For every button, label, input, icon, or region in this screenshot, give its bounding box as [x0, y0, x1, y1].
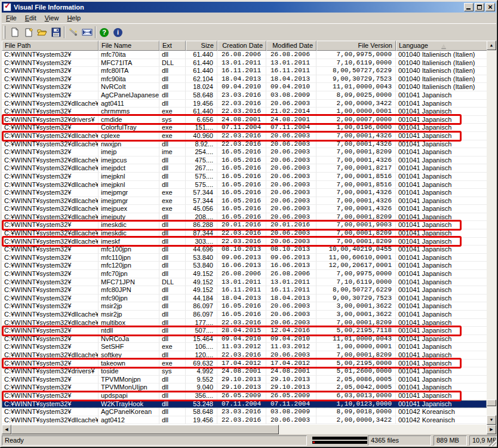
vertical-scroll-thumb[interactable] — [487, 400, 496, 406]
table-row[interactable]: C:¥WINNT¥system32¥dllcache¥msir2jpdll86.… — [2, 311, 487, 319]
cell-ext: dll — [159, 416, 186, 425]
cell-size: 61.440 — [186, 59, 217, 67]
table-row[interactable]: C:¥WINNT¥system32¥dllcache¥imejpuexexe45… — [2, 205, 487, 213]
new-from-template-button[interactable] — [21, 25, 35, 39]
table-row[interactable]: C:¥WINNT¥system32¥imejpime254....16.05.2… — [2, 148, 487, 157]
table-row[interactable]: C:¥WINNT¥system32¥dllcache¥imeskfdll303.… — [2, 238, 487, 246]
table-row[interactable]: C:¥WINNT¥system32¥ntdlldll507....28.04.2… — [2, 327, 487, 335]
cell-size: 57.344 — [186, 197, 217, 205]
cell-name: imeskdic — [99, 229, 159, 238]
table-row[interactable]: C:¥WINNT¥system32¥takeownexe69.63217.04.… — [2, 360, 487, 368]
cell-language: 001041 Japanisch — [396, 335, 487, 343]
menu-view[interactable]: View — [41, 13, 63, 23]
about-button[interactable]: i — [111, 25, 125, 39]
table-row[interactable]: C:¥WINNT¥system32¥drivers¥cmdidesys6.656… — [2, 116, 487, 124]
table-row[interactable]: C:¥WINNT¥system32¥imejpmgrexe57.34416.05… — [2, 189, 487, 197]
table-row[interactable]: C:¥WINNT¥system32¥AgCPanelKoreandll58.64… — [2, 408, 487, 416]
column-header-created[interactable]: Creation Date — [217, 41, 266, 51]
horizontal-scrollbar[interactable]: ◀ ▶ — [2, 425, 496, 434]
table-row[interactable]: C:¥WINNT¥system32¥dllcache¥agt0412dll19.… — [2, 416, 487, 425]
table-row[interactable]: C:¥WINNT¥system32¥SetSHFexe106....11.03.… — [2, 343, 487, 351]
scroll-right-button[interactable]: ▶ — [487, 425, 496, 434]
cell-language: 001041 Japanisch — [396, 124, 487, 132]
table-row[interactable]: C:¥WINNT¥system32¥dllcache¥imejpdctdll26… — [2, 164, 487, 173]
cell-language: 001041 Japanisch — [396, 254, 487, 262]
fit-columns-button[interactable] — [80, 25, 94, 39]
menu-help[interactable]: Help — [63, 13, 85, 23]
cell-language: 001041 Japanisch — [396, 221, 487, 229]
table-row[interactable]: C:¥WINNT¥system32¥mfc90jpndll44.18418.04… — [2, 294, 487, 303]
cell-version: 7,00,0001,8209 — [316, 148, 396, 157]
horizontal-scroll-thumb[interactable] — [11, 425, 279, 434]
column-header-size[interactable]: Size — [186, 41, 217, 51]
table-row[interactable]: C:¥WINNT¥system32¥mfc80JPNdll49.15216.11… — [2, 286, 487, 294]
close-button[interactable]: × — [485, 3, 495, 11]
cell-path: C:¥WINNT¥system32¥ — [2, 124, 99, 132]
table-row[interactable]: C:¥WINNT¥system32¥dllcache¥imejpmgrexe57… — [2, 197, 487, 205]
cell-ext: dll — [159, 91, 186, 100]
save-button[interactable] — [49, 25, 63, 39]
table-row[interactable]: C:¥WINNT¥system32¥dllcache¥imejpknldll57… — [2, 181, 487, 189]
table-row[interactable]: C:¥WINNT¥system32¥ColorfulTrayexe151....… — [2, 124, 487, 132]
scroll-down-button[interactable]: ▼ — [487, 415, 496, 425]
table-row[interactable]: C:¥WINNT¥system32¥mfc80ITAdll61.44016.11… — [2, 67, 487, 75]
table-row[interactable]: C:¥WINNT¥system32¥dllcache¥multiboxdll17… — [2, 319, 487, 327]
column-header-language[interactable]: Language — [396, 41, 487, 51]
cell-language: 001041 Japanisch — [396, 327, 487, 335]
table-row[interactable]: C:¥WINNT¥system32¥dllcache¥imejputydll20… — [2, 213, 487, 222]
table-row[interactable]: C:¥WINNT¥system32¥msir2jpdll86.09716.05.… — [2, 302, 487, 311]
column-header-version[interactable]: File Version — [316, 41, 396, 51]
column-header-modified[interactable]: Modified Date — [266, 41, 316, 51]
table-row[interactable]: C:¥WINNT¥system32¥mfc120jpndll53.84016.0… — [2, 262, 487, 270]
cell-created: 22.03.2016 — [217, 140, 266, 149]
cell-path: C:¥WINNT¥system32¥ — [2, 400, 99, 409]
table-row[interactable]: C:¥WINNT¥system32¥dllcache¥cplexeexe40.9… — [2, 132, 487, 140]
cell-name: W2KTrayHook — [99, 400, 159, 409]
table-row-selected[interactable]: C:¥WINNT¥system32¥W2KTrayHookdll53.24807… — [2, 400, 487, 409]
scroll-left-button[interactable]: ◀ — [2, 425, 11, 434]
table-row[interactable]: C:¥WINNT¥system32¥mfc110jpndll53.84009.0… — [2, 254, 487, 262]
table-row[interactable]: C:¥WINNT¥system32¥NvRCoJadll15.46409.04.… — [2, 335, 487, 343]
cell-language: 001041 Japanisch — [396, 173, 487, 181]
minimize-button[interactable] — [464, 3, 474, 11]
table-row[interactable]: C:¥WINNT¥system32¥drivers¥tosidesys4.992… — [2, 367, 487, 376]
cell-modified: 20.06.2003 — [266, 238, 316, 246]
table-row[interactable]: C:¥WINNT¥system32¥mfc70jpndll49.15226.08… — [2, 270, 487, 278]
new-file-button[interactable] — [8, 25, 21, 39]
menu-file[interactable]: File — [2, 13, 21, 23]
maximize-button[interactable] — [475, 3, 484, 11]
cell-created: 09.04.2010 — [217, 83, 266, 91]
table-row[interactable]: C:¥WINNT¥system32¥updspapidll356....26.0… — [2, 392, 487, 400]
table-row[interactable]: C:¥WINNT¥system32¥AgCPanelJapanesedll58.… — [2, 91, 487, 100]
table-row[interactable]: C:¥WINNT¥system32¥imeskdicdll86.28820.01… — [2, 221, 487, 229]
cell-size: 86.097 — [186, 311, 217, 319]
cell-name: TPVMMonUIjpn — [99, 383, 159, 392]
table-row[interactable]: C:¥WINNT¥system32¥mfc100jpndll44.69608.1… — [2, 246, 487, 254]
scroll-up-button[interactable]: ▲ — [487, 41, 496, 50]
menu-edit[interactable]: Edit — [21, 13, 41, 23]
table-row[interactable]: C:¥WINNT¥system32¥TPVMMonjpndll9.55229.1… — [2, 376, 487, 384]
table-row[interactable]: C:¥WINNT¥system32¥MFC71ITADLL61.44013.01… — [2, 59, 487, 67]
table-row[interactable]: C:¥WINNT¥system32¥dllcache¥softkeydll120… — [2, 351, 487, 360]
help-button[interactable]: ? — [97, 25, 111, 39]
table-row[interactable]: C:¥WINNT¥system32¥dllcache¥agt0411dll19.… — [2, 100, 487, 108]
table-row[interactable]: C:¥WINNT¥system32¥mfc70itadll61.44026.08… — [2, 51, 487, 59]
statusbar: Ready 4365 files 889 MB 10,9 MB — [2, 435, 496, 446]
wizard-button[interactable] — [66, 25, 80, 39]
cell-modified: 09.06.2013 — [266, 254, 316, 262]
table-row[interactable]: C:¥WINNT¥system32¥dllcache¥imejpcusdll47… — [2, 157, 487, 165]
open-folder-button[interactable] — [35, 25, 49, 39]
table-row[interactable]: C:¥WINNT¥system32¥mfc90itadll62.10418.04… — [2, 75, 487, 84]
table-row[interactable]: C:¥WINNT¥system32¥NvRCoItdll18.02409.04.… — [2, 83, 487, 91]
table-row[interactable]: C:¥WINNT¥system32¥dllcache¥imeskdicdll87… — [2, 229, 487, 238]
table-row[interactable]: C:¥WINNT¥system32¥chrmmmsexe61.44022.03.… — [2, 108, 487, 116]
vertical-scrollbar[interactable]: ▲ ▼ — [487, 41, 496, 425]
table-row[interactable]: C:¥WINNT¥system32¥dllcache¥nwxjpndll8.92… — [2, 140, 487, 149]
table-row[interactable]: C:¥WINNT¥system32¥MFC71JPNDLL49.15213.01… — [2, 278, 487, 287]
column-header-name[interactable]: File Name — [99, 41, 159, 51]
column-header-path[interactable]: File Path — [2, 41, 99, 51]
table-row[interactable]: C:¥WINNT¥system32¥imejpknldll575....16.0… — [2, 173, 487, 181]
table-row[interactable]: C:¥WINNT¥system32¥TPVMMonUIjpndll9.04029… — [2, 383, 487, 392]
cell-version: 8,00,50727,6229 — [316, 286, 396, 294]
column-header-ext[interactable]: Ext — [159, 41, 186, 51]
